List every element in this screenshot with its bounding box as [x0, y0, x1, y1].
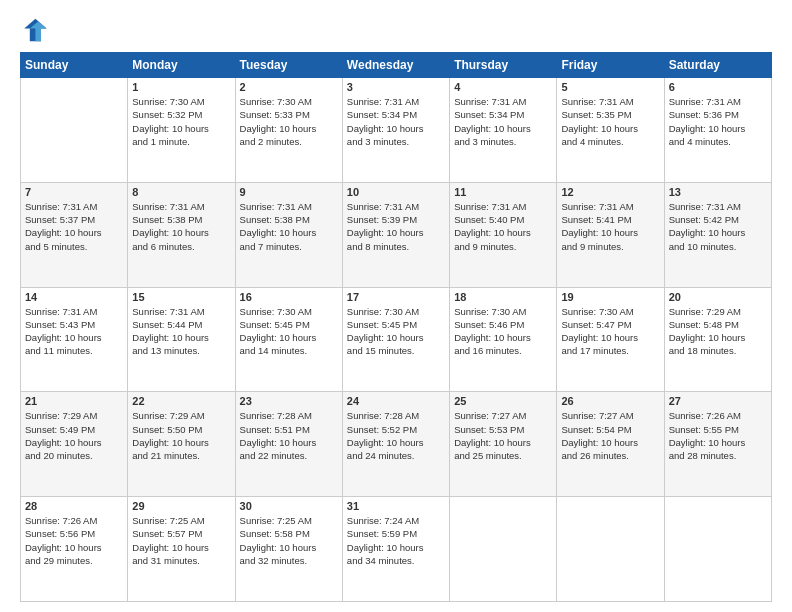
- day-info: Sunrise: 7:27 AMSunset: 5:54 PMDaylight:…: [561, 409, 659, 462]
- day-info: Sunrise: 7:30 AMSunset: 5:46 PMDaylight:…: [454, 305, 552, 358]
- day-cell: 19Sunrise: 7:30 AMSunset: 5:47 PMDayligh…: [557, 287, 664, 392]
- day-info: Sunrise: 7:28 AMSunset: 5:52 PMDaylight:…: [347, 409, 445, 462]
- day-number: 30: [240, 500, 338, 512]
- logo: [20, 16, 52, 44]
- day-cell: 15Sunrise: 7:31 AMSunset: 5:44 PMDayligh…: [128, 287, 235, 392]
- day-cell: 7Sunrise: 7:31 AMSunset: 5:37 PMDaylight…: [21, 182, 128, 287]
- day-info: Sunrise: 7:29 AMSunset: 5:50 PMDaylight:…: [132, 409, 230, 462]
- day-cell: [21, 78, 128, 183]
- day-number: 20: [669, 291, 767, 303]
- header: [20, 16, 772, 44]
- day-number: 18: [454, 291, 552, 303]
- day-cell: 12Sunrise: 7:31 AMSunset: 5:41 PMDayligh…: [557, 182, 664, 287]
- day-number: 22: [132, 395, 230, 407]
- day-number: 9: [240, 186, 338, 198]
- logo-icon: [20, 16, 48, 44]
- column-header-monday: Monday: [128, 53, 235, 78]
- day-cell: 31Sunrise: 7:24 AMSunset: 5:59 PMDayligh…: [342, 497, 449, 602]
- week-row-5: 28Sunrise: 7:26 AMSunset: 5:56 PMDayligh…: [21, 497, 772, 602]
- day-number: 8: [132, 186, 230, 198]
- day-info: Sunrise: 7:31 AMSunset: 5:38 PMDaylight:…: [240, 200, 338, 253]
- day-info: Sunrise: 7:30 AMSunset: 5:32 PMDaylight:…: [132, 95, 230, 148]
- day-info: Sunrise: 7:29 AMSunset: 5:48 PMDaylight:…: [669, 305, 767, 358]
- column-header-saturday: Saturday: [664, 53, 771, 78]
- day-number: 13: [669, 186, 767, 198]
- day-cell: 11Sunrise: 7:31 AMSunset: 5:40 PMDayligh…: [450, 182, 557, 287]
- day-cell: 2Sunrise: 7:30 AMSunset: 5:33 PMDaylight…: [235, 78, 342, 183]
- week-row-3: 14Sunrise: 7:31 AMSunset: 5:43 PMDayligh…: [21, 287, 772, 392]
- day-number: 7: [25, 186, 123, 198]
- day-number: 16: [240, 291, 338, 303]
- day-number: 11: [454, 186, 552, 198]
- day-info: Sunrise: 7:31 AMSunset: 5:37 PMDaylight:…: [25, 200, 123, 253]
- day-info: Sunrise: 7:31 AMSunset: 5:34 PMDaylight:…: [454, 95, 552, 148]
- day-cell: 23Sunrise: 7:28 AMSunset: 5:51 PMDayligh…: [235, 392, 342, 497]
- day-cell: 6Sunrise: 7:31 AMSunset: 5:36 PMDaylight…: [664, 78, 771, 183]
- day-info: Sunrise: 7:31 AMSunset: 5:44 PMDaylight:…: [132, 305, 230, 358]
- day-info: Sunrise: 7:31 AMSunset: 5:41 PMDaylight:…: [561, 200, 659, 253]
- day-cell: [664, 497, 771, 602]
- day-info: Sunrise: 7:30 AMSunset: 5:45 PMDaylight:…: [347, 305, 445, 358]
- day-number: 26: [561, 395, 659, 407]
- day-cell: 28Sunrise: 7:26 AMSunset: 5:56 PMDayligh…: [21, 497, 128, 602]
- day-number: 14: [25, 291, 123, 303]
- column-header-tuesday: Tuesday: [235, 53, 342, 78]
- day-cell: 5Sunrise: 7:31 AMSunset: 5:35 PMDaylight…: [557, 78, 664, 183]
- day-info: Sunrise: 7:31 AMSunset: 5:36 PMDaylight:…: [669, 95, 767, 148]
- day-number: 27: [669, 395, 767, 407]
- day-cell: [557, 497, 664, 602]
- page: SundayMondayTuesdayWednesdayThursdayFrid…: [0, 0, 792, 612]
- day-cell: 21Sunrise: 7:29 AMSunset: 5:49 PMDayligh…: [21, 392, 128, 497]
- day-number: 10: [347, 186, 445, 198]
- day-info: Sunrise: 7:30 AMSunset: 5:45 PMDaylight:…: [240, 305, 338, 358]
- header-row: SundayMondayTuesdayWednesdayThursdayFrid…: [21, 53, 772, 78]
- day-cell: 22Sunrise: 7:29 AMSunset: 5:50 PMDayligh…: [128, 392, 235, 497]
- week-row-1: 1Sunrise: 7:30 AMSunset: 5:32 PMDaylight…: [21, 78, 772, 183]
- day-cell: 17Sunrise: 7:30 AMSunset: 5:45 PMDayligh…: [342, 287, 449, 392]
- day-cell: 4Sunrise: 7:31 AMSunset: 5:34 PMDaylight…: [450, 78, 557, 183]
- day-cell: [450, 497, 557, 602]
- day-cell: 9Sunrise: 7:31 AMSunset: 5:38 PMDaylight…: [235, 182, 342, 287]
- day-number: 29: [132, 500, 230, 512]
- day-cell: 1Sunrise: 7:30 AMSunset: 5:32 PMDaylight…: [128, 78, 235, 183]
- day-cell: 18Sunrise: 7:30 AMSunset: 5:46 PMDayligh…: [450, 287, 557, 392]
- day-number: 4: [454, 81, 552, 93]
- day-number: 28: [25, 500, 123, 512]
- day-info: Sunrise: 7:31 AMSunset: 5:43 PMDaylight:…: [25, 305, 123, 358]
- day-info: Sunrise: 7:25 AMSunset: 5:58 PMDaylight:…: [240, 514, 338, 567]
- day-info: Sunrise: 7:31 AMSunset: 5:34 PMDaylight:…: [347, 95, 445, 148]
- day-number: 15: [132, 291, 230, 303]
- day-number: 31: [347, 500, 445, 512]
- calendar-table: SundayMondayTuesdayWednesdayThursdayFrid…: [20, 52, 772, 602]
- day-number: 5: [561, 81, 659, 93]
- day-info: Sunrise: 7:28 AMSunset: 5:51 PMDaylight:…: [240, 409, 338, 462]
- day-number: 3: [347, 81, 445, 93]
- column-header-friday: Friday: [557, 53, 664, 78]
- week-row-4: 21Sunrise: 7:29 AMSunset: 5:49 PMDayligh…: [21, 392, 772, 497]
- day-cell: 14Sunrise: 7:31 AMSunset: 5:43 PMDayligh…: [21, 287, 128, 392]
- day-info: Sunrise: 7:31 AMSunset: 5:42 PMDaylight:…: [669, 200, 767, 253]
- day-info: Sunrise: 7:31 AMSunset: 5:39 PMDaylight:…: [347, 200, 445, 253]
- day-info: Sunrise: 7:26 AMSunset: 5:55 PMDaylight:…: [669, 409, 767, 462]
- day-cell: 24Sunrise: 7:28 AMSunset: 5:52 PMDayligh…: [342, 392, 449, 497]
- day-info: Sunrise: 7:25 AMSunset: 5:57 PMDaylight:…: [132, 514, 230, 567]
- day-number: 21: [25, 395, 123, 407]
- day-number: 19: [561, 291, 659, 303]
- day-info: Sunrise: 7:30 AMSunset: 5:47 PMDaylight:…: [561, 305, 659, 358]
- day-info: Sunrise: 7:29 AMSunset: 5:49 PMDaylight:…: [25, 409, 123, 462]
- day-number: 24: [347, 395, 445, 407]
- day-info: Sunrise: 7:31 AMSunset: 5:35 PMDaylight:…: [561, 95, 659, 148]
- day-cell: 25Sunrise: 7:27 AMSunset: 5:53 PMDayligh…: [450, 392, 557, 497]
- day-cell: 20Sunrise: 7:29 AMSunset: 5:48 PMDayligh…: [664, 287, 771, 392]
- day-cell: 26Sunrise: 7:27 AMSunset: 5:54 PMDayligh…: [557, 392, 664, 497]
- day-cell: 3Sunrise: 7:31 AMSunset: 5:34 PMDaylight…: [342, 78, 449, 183]
- week-row-2: 7Sunrise: 7:31 AMSunset: 5:37 PMDaylight…: [21, 182, 772, 287]
- day-cell: 29Sunrise: 7:25 AMSunset: 5:57 PMDayligh…: [128, 497, 235, 602]
- day-info: Sunrise: 7:30 AMSunset: 5:33 PMDaylight:…: [240, 95, 338, 148]
- day-number: 2: [240, 81, 338, 93]
- day-info: Sunrise: 7:31 AMSunset: 5:38 PMDaylight:…: [132, 200, 230, 253]
- day-number: 12: [561, 186, 659, 198]
- day-number: 1: [132, 81, 230, 93]
- day-number: 23: [240, 395, 338, 407]
- day-info: Sunrise: 7:24 AMSunset: 5:59 PMDaylight:…: [347, 514, 445, 567]
